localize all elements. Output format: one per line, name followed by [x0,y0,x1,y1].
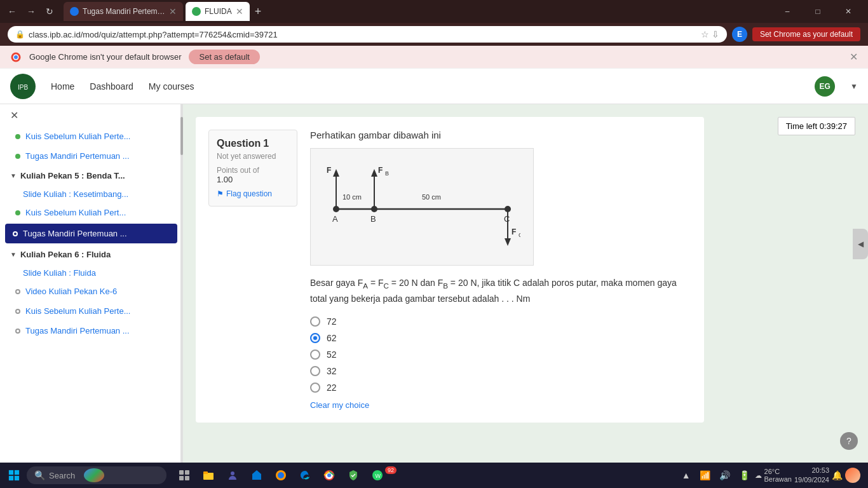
system-tray: ▲ 📶 🔊 🔋 [679,468,752,483]
svg-text:A: A [334,170,338,177]
sidebar-item-tugas-1[interactable]: Tugas Mandiri Pertemuan ... [0,146,182,166]
nav-refresh-icon[interactable]: ↻ [43,4,56,19]
minimize-button[interactable]: – [773,0,802,23]
sidebar-item-kuis-2[interactable]: Kuis Sebelum Kuliah Pert... [0,203,182,222]
svg-text:F: F [327,166,331,175]
chrome-default-button[interactable]: Set Chrome as your default [752,27,860,41]
sidebar-item-kuis-1[interactable]: Kuis Sebelum Kuliah Perte... [0,126,182,146]
flag-question-button[interactable]: ⚑ Flag question [217,189,272,198]
svg-point-39 [278,472,284,478]
section-arrow-2: ▼ [10,251,17,258]
sidebar-item-video[interactable]: Video Kuliah Pekan Ke-6 [0,281,182,301]
radio-52[interactable] [310,349,320,360]
taskbar-firefox[interactable] [269,464,292,487]
sidebar-section-pekan5[interactable]: ▼ Kuliah Pekan 5 : Benda T... [0,166,182,186]
sidebar-item-tugas-2[interactable]: Tugas Mandiri Pertemuan ... [0,321,182,341]
notification-close-icon[interactable]: ✕ [850,51,858,63]
browser-address-bar: 🔒 ☆ ⇩ E Set Chrome as your default [0,23,868,46]
option-72[interactable]: 72 [310,316,691,327]
question-header: Question 1 Not yet answered Points out o… [208,130,691,410]
option-62[interactable]: 62 [310,333,691,343]
sidebar-section-pekan6[interactable]: ▼ Kuliah Pekan 6 : Fluida [0,245,182,264]
svg-text:F: F [378,166,383,175]
collapse-handle[interactable]: ◀ [853,229,868,259]
sidebar-item-tugas-active[interactable]: Tugas Mandiri Pertemuan ... [5,224,177,243]
sidebar-dot-1 [15,134,20,139]
taskbar-security[interactable] [342,464,365,487]
help-button[interactable]: ? [840,432,858,450]
new-tab-button[interactable]: + [255,5,262,18]
svg-rect-30 [179,470,184,475]
svg-marker-14 [371,169,377,177]
tab1-close-icon[interactable]: ✕ [169,6,177,17]
taskbar-teams[interactable] [221,464,244,487]
ipb-logo: IPB [10,74,36,99]
nav-my-courses[interactable]: My courses [149,81,194,92]
nav-forward-icon[interactable]: → [24,4,38,19]
sidebar-dot-active [13,231,18,236]
sidebar-item-kuis-3[interactable]: Kuis Sebelum Kuliah Perte... [0,301,182,321]
tab2-close-icon[interactable]: ✕ [236,6,243,17]
radio-22[interactable] [310,383,320,393]
weather-widget[interactable]: ☁ 26°C Berawan [755,468,792,483]
security-icon [347,469,360,482]
user-avatar[interactable]: EG [815,76,835,97]
sidebar-dot-kuis3 [15,309,20,314]
taskbar-edge[interactable] [294,464,316,487]
taskbar-search-bar[interactable]: 🔍 Search [27,466,166,484]
svg-point-2 [14,55,18,59]
nav-dashboard[interactable]: Dashboard [90,81,133,92]
address-input[interactable] [29,30,697,39]
svg-rect-29 [15,476,19,480]
set-default-button[interactable]: Set as default [189,50,260,64]
clear-choice-link[interactable]: Clear my choice [310,400,691,410]
main-nav: Home Dashboard My courses [51,81,194,92]
browser-title-bar: ← → ↻ Tugas Mandiri Pertemuan 5 - G ✕ FL… [0,0,868,23]
maximize-button[interactable]: □ [803,0,832,23]
svg-text:C: C [519,232,520,238]
tray-network-icon[interactable]: 📶 [697,468,713,483]
taskbar-store[interactable] [245,464,268,487]
start-button[interactable] [3,464,25,487]
svg-text:W: W [376,473,381,479]
windows-logo-icon [8,470,20,481]
tray-battery-icon[interactable]: 🔋 [736,468,752,483]
tray-arrow-icon[interactable]: ▲ [679,468,693,483]
taskbar-clock[interactable]: 20:53 19/09/2024 [794,466,829,485]
nav-back-icon[interactable]: ← [5,4,19,19]
option-32[interactable]: 32 [310,366,691,376]
svg-rect-37 [252,474,261,480]
sidebar-dot-video [15,289,20,294]
taskbar-user-avatar[interactable] [845,468,860,483]
radio-32[interactable] [310,366,320,376]
radio-72[interactable] [310,316,320,327]
sidebar-slide-kesetimbang[interactable]: Slide Kuliah : Kesetimbang... [0,186,182,203]
option-22[interactable]: 22 [310,383,691,393]
svg-point-36 [231,471,234,475]
taskbar-notification-icon[interactable]: 🔔 [832,470,843,480]
notification-bar: Google Chrome isn't your default browser… [0,46,868,69]
store-icon [250,469,263,482]
close-button[interactable]: ✕ [834,0,863,23]
address-bar-container[interactable]: 🔒 ☆ ⇩ [8,26,727,43]
download-icon[interactable]: ⇩ [712,29,719,39]
question-content: Perhatikan gambar dibawah ini [310,130,691,410]
sidebar-slide-fluida[interactable]: Slide Kuliah : Fluida [0,264,182,281]
notification-text: Google Chrome isn't your default browser [29,52,181,62]
sidebar-close-icon[interactable]: ✕ [0,104,182,126]
browser-tab-2[interactable]: FLUIDA ✕ [186,2,250,21]
profile-icon[interactable]: E [732,27,747,42]
user-dropdown-icon[interactable]: ▼ [850,82,858,91]
tray-volume-icon[interactable]: 🔊 [717,468,733,483]
radio-62[interactable] [310,333,320,343]
option-52[interactable]: 52 [310,349,691,360]
app-header: IPB Home Dashboard My courses EG ▼ [0,69,868,104]
taskbar-file-explorer[interactable] [197,464,220,487]
browser-tab-1[interactable]: Tugas Mandiri Pertemuan 5 - G ✕ [64,2,183,21]
taskbar-task-view[interactable] [173,464,196,487]
sidebar-dot-3 [15,210,20,215]
force-diagram: F A F B F [323,161,520,250]
star-icon[interactable]: ☆ [701,29,709,39]
taskbar-chrome[interactable] [318,464,341,487]
nav-home[interactable]: Home [51,81,74,92]
